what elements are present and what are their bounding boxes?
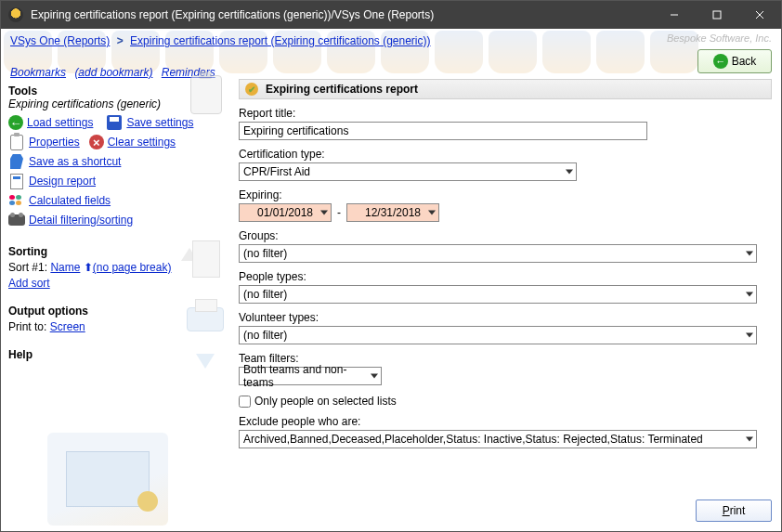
calc-icon	[9, 195, 24, 206]
header-badge-icon: ✔	[245, 83, 258, 96]
svg-rect-1	[713, 11, 721, 19]
detail-filtering-link[interactable]: Detail filtering/sorting	[29, 214, 133, 227]
sort-breaks-link[interactable]: (no page break)	[93, 261, 172, 274]
print-to-value-link[interactable]: Screen	[50, 320, 85, 333]
filter-icon	[8, 214, 25, 226]
design-report-link[interactable]: Design report	[29, 175, 96, 188]
people-types-value: (no filter)	[243, 288, 287, 301]
load-icon: ←	[8, 115, 23, 130]
top-strip: Bespoke Software, Inc. VSys One (Reports…	[1, 29, 781, 75]
chevron-down-icon	[746, 333, 753, 338]
volunteer-types-value: (no filter)	[243, 329, 287, 342]
exclude-label: Exclude people who are:	[239, 415, 772, 428]
clear-icon: ×	[89, 135, 104, 149]
chevron-down-icon	[566, 170, 573, 175]
properties-link[interactable]: Properties	[29, 136, 80, 149]
people-types-combo[interactable]: (no filter)	[239, 285, 757, 304]
only-selected-checkbox[interactable]	[239, 396, 251, 408]
groups-label: Groups:	[239, 229, 772, 242]
breadcrumb: VSys One (Reports) > Expiring certificat…	[1, 29, 781, 49]
sort-field-link[interactable]: Name	[50, 261, 80, 274]
properties-icon	[10, 135, 23, 150]
sort-prefix: Sort #1:	[8, 261, 47, 274]
cert-type-label: Certification type:	[239, 148, 772, 161]
title-bar: Expiring certifications report (Expiring…	[1, 1, 781, 29]
volunteer-types-combo[interactable]: (no filter)	[239, 326, 757, 344]
minimize-button[interactable]	[653, 1, 696, 29]
date-to-input[interactable]: 12/31/2018	[346, 203, 439, 222]
chevron-down-icon	[371, 374, 378, 379]
content-header: ✔ Expiring certifications report	[239, 79, 772, 99]
cert-type-value: CPR/First Aid	[243, 165, 310, 178]
save-settings-link[interactable]: Save settings	[126, 116, 193, 129]
save-icon	[107, 115, 122, 130]
date-from-value: 01/01/2018	[257, 206, 313, 219]
shortcut-icon	[10, 154, 23, 169]
clear-settings-link[interactable]: Clear settings	[108, 136, 176, 149]
sort-up-icon[interactable]: ⬆	[84, 261, 93, 274]
chevron-down-icon	[746, 252, 753, 256]
breadcrumb-root[interactable]: VSys One (Reports)	[10, 34, 110, 47]
team-filters-combo[interactable]: Both teams and non-teams	[239, 367, 382, 385]
team-filters-value: Both teams and non-teams	[243, 363, 377, 389]
expiring-label: Expiring:	[239, 188, 772, 201]
chevron-down-icon	[428, 211, 436, 215]
people-types-label: People types:	[239, 270, 772, 283]
save-shortcut-link[interactable]: Save as a shortcut	[29, 155, 121, 168]
output-section-icon	[187, 298, 226, 339]
only-selected-label: Only people on selected lists	[254, 395, 397, 408]
print-label: Print	[723, 504, 746, 517]
app-icon	[8, 7, 23, 22]
load-settings-link[interactable]: Load settings	[27, 116, 93, 129]
design-icon	[10, 174, 23, 189]
exclude-value: Archived,Banned,Deceased,Placeholder,Sta…	[243, 433, 703, 446]
add-sort-link[interactable]: Add sort	[8, 277, 50, 290]
date-from-input[interactable]: 01/01/2018	[239, 203, 332, 222]
sample-preview-image	[47, 433, 168, 526]
report-title-label: Report title:	[239, 107, 772, 120]
sorting-section-icon	[187, 240, 226, 281]
maximize-button[interactable]	[696, 1, 738, 29]
groups-value: (no filter)	[243, 247, 287, 260]
help-section-icon	[187, 354, 226, 395]
chevron-down-icon	[320, 211, 328, 215]
tools-section-icon	[187, 75, 226, 116]
date-to-value: 12/31/2018	[365, 206, 421, 219]
exclude-combo[interactable]: Archived,Banned,Deceased,Placeholder,Sta…	[239, 430, 757, 448]
content-header-title: Expiring certifications report	[266, 83, 418, 96]
breadcrumb-current[interactable]: Expiring certifications report (Expiring…	[130, 34, 430, 47]
chevron-down-icon	[746, 292, 753, 297]
breadcrumb-sep: >	[113, 34, 127, 47]
print-to-label: Print to:	[8, 320, 46, 333]
cert-type-combo[interactable]: CPR/First Aid	[239, 162, 577, 181]
content-panel: ✔ Expiring certifications report Report …	[235, 75, 781, 531]
date-dash: -	[335, 206, 343, 219]
volunteer-types-label: Volunteer types:	[239, 311, 772, 324]
sidebar: Tools Expiring certifications (generic) …	[1, 75, 235, 531]
window-title: Expiring certifications report (Expiring…	[31, 8, 653, 21]
report-title-input[interactable]	[239, 122, 647, 140]
close-button[interactable]	[738, 1, 781, 29]
groups-combo[interactable]: (no filter)	[239, 244, 757, 263]
calculated-fields-link[interactable]: Calculated fields	[29, 194, 111, 207]
print-button[interactable]: Print	[696, 500, 772, 522]
chevron-down-icon	[746, 437, 753, 442]
